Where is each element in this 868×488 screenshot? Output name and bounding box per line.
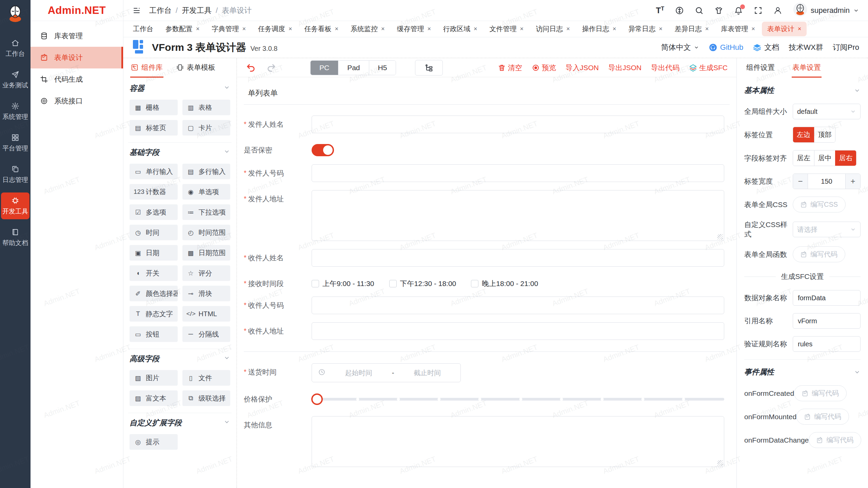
widget-chip[interactable]: ☆评分 <box>182 265 231 281</box>
tab-close-icon[interactable]: × <box>428 25 431 33</box>
form-row-textarea[interactable]: *发件人地址 <box>244 190 730 241</box>
stepper-decrease-button[interactable]: − <box>793 174 808 189</box>
device-h5-button[interactable]: H5 <box>369 61 396 75</box>
basic-props-section[interactable]: 基本属性 <box>744 85 861 96</box>
form-row-time-range[interactable]: *送货时间起始时间-截止时间 <box>244 363 730 382</box>
rail-item-copy[interactable]: 日志管理 <box>1 161 29 188</box>
form-row-input[interactable]: *发件人号码 <box>244 164 730 182</box>
action-生成SFC[interactable]: 生成SFC <box>689 63 728 73</box>
widget-chip[interactable]: ⊸滑块 <box>182 286 231 301</box>
widget-chip[interactable]: ▦栅格 <box>130 100 178 115</box>
tab-close-icon[interactable]: × <box>474 25 477 33</box>
docs-link[interactable]: 文档 <box>753 42 779 53</box>
label-align-right[interactable]: 居右 <box>835 150 856 166</box>
theme-icon[interactable] <box>714 6 723 15</box>
rail-item-gear[interactable]: 系统管理 <box>1 98 29 125</box>
page-tab[interactable]: 操作日志× <box>577 22 622 36</box>
page-tab[interactable]: 访问日志× <box>530 22 575 36</box>
stepper-increase-button[interactable]: + <box>845 174 860 189</box>
textarea-input[interactable] <box>312 416 724 467</box>
page-tab[interactable]: 行政区域× <box>438 22 483 36</box>
resize-grip-icon[interactable] <box>717 234 723 240</box>
label-align-left[interactable]: 居左 <box>793 150 814 166</box>
sidebar-item-api[interactable]: 系统接口 <box>31 90 123 112</box>
sidebar-item-edit[interactable]: 表单设计 <box>31 47 123 68</box>
widget-chip[interactable]: ▥表格 <box>182 100 231 115</box>
widget-chip[interactable]: T静态文字 <box>130 306 178 322</box>
language-icon[interactable] <box>675 6 684 15</box>
outline-tree-button[interactable] <box>415 60 443 76</box>
widget-chip[interactable]: ☑多选项 <box>130 204 178 220</box>
rail-item-chip[interactable]: 开发工具 <box>1 192 29 219</box>
action-导出JSON[interactable]: 导出JSON <box>608 63 642 73</box>
checkbox-option[interactable]: 下午12:30 - 18:00 <box>389 279 456 288</box>
widget-section-title[interactable]: 基础字段 <box>130 147 230 158</box>
edit-code-button[interactable]: 编写代码 <box>796 409 849 425</box>
notification-icon[interactable] <box>734 6 743 15</box>
widget-chip[interactable]: ▧图片 <box>130 370 178 386</box>
profile-icon[interactable] <box>773 6 782 15</box>
page-tab[interactable]: 差异日志× <box>669 22 714 36</box>
rail-item-home[interactable]: 工作台 <box>1 35 29 62</box>
action-导入JSON[interactable]: 导入JSON <box>566 63 599 73</box>
page-tab[interactable]: 异常日志× <box>623 22 668 36</box>
rail-item-grid[interactable]: 平台管理 <box>1 129 29 156</box>
checkbox-option[interactable]: 上午9:00 - 11:30 <box>312 279 374 288</box>
ref-name-input[interactable]: vForm <box>793 313 861 329</box>
tab-close-icon[interactable]: × <box>289 25 292 33</box>
tab-widget-library[interactable]: 组件库 <box>130 58 163 78</box>
widget-chip[interactable]: </>HTML <box>182 306 231 322</box>
breadcrumb-item[interactable]: 工作台 <box>149 5 172 16</box>
form-divider[interactable] <box>244 351 724 352</box>
widget-chip[interactable]: ⧉级联选择 <box>182 390 231 406</box>
form-row-slider[interactable]: 价格保护 <box>244 390 730 408</box>
page-tab[interactable]: 表单设计× <box>762 22 807 36</box>
page-tab[interactable]: 系统监控× <box>345 22 390 36</box>
tab-close-icon[interactable]: × <box>381 25 385 33</box>
edit-css-button[interactable]: 编写CSS <box>793 197 846 212</box>
widget-section-title[interactable]: 高级字段 <box>130 354 230 364</box>
search-icon[interactable] <box>695 6 704 15</box>
tab-close-icon[interactable]: × <box>335 25 339 33</box>
widget-chip[interactable]: ▭按钮 <box>130 326 178 342</box>
tab-close-icon[interactable]: × <box>659 25 663 33</box>
form-row-input[interactable]: *收件人地址 <box>244 322 730 340</box>
page-tab[interactable]: 库表管理× <box>715 22 761 36</box>
label-position-left[interactable]: 左边 <box>793 127 814 142</box>
tab-close-icon[interactable]: × <box>242 25 246 33</box>
widget-chip[interactable]: ▩日期范围 <box>182 245 231 261</box>
checkbox-icon[interactable] <box>312 280 319 287</box>
checkbox-icon[interactable] <box>389 280 397 287</box>
sidebar-item-crop[interactable]: 代码生成 <box>31 68 123 90</box>
wx-group-link[interactable]: 技术WX群 <box>789 42 823 53</box>
checkbox-icon[interactable] <box>471 280 478 287</box>
global-size-select[interactable]: default <box>793 104 861 119</box>
widget-chip[interactable]: ▤多行输入 <box>182 164 231 179</box>
sidebar-item-db[interactable]: 库表管理 <box>31 25 123 47</box>
fullscreen-icon[interactable] <box>754 6 763 15</box>
form-row-input[interactable]: *收件人姓名 <box>244 249 730 267</box>
widget-chip[interactable]: ▭单行输入 <box>130 164 178 179</box>
tab-close-icon[interactable]: × <box>705 25 709 33</box>
tab-close-icon[interactable]: × <box>196 25 200 33</box>
subscribe-pro-link[interactable]: 订阅Pro <box>833 42 859 53</box>
widget-section-title[interactable]: 容器 <box>130 83 230 94</box>
language-select[interactable]: 简体中文 <box>661 42 699 53</box>
time-range-picker[interactable]: 起始时间-截止时间 <box>312 363 461 382</box>
form-canvas[interactable]: 单列表单 *发件人姓名是否保密*发件人号码*发件人地址*收件人姓名*接收时间段上… <box>237 77 736 488</box>
widget-chip[interactable]: ◉单选项 <box>182 184 231 200</box>
github-link[interactable]: GitHub <box>709 43 743 52</box>
rail-item-send[interactable]: 业务测试 <box>1 66 29 93</box>
edit-code-button[interactable]: 编写代码 <box>794 385 847 401</box>
widget-chip[interactable]: ◖开关 <box>130 265 178 281</box>
event-props-section[interactable]: 事件属性 <box>744 367 861 377</box>
tab-close-icon[interactable]: × <box>798 25 802 33</box>
tab-widget-settings[interactable]: 组件设置 <box>746 58 775 78</box>
rules-name-input[interactable]: rules <box>793 336 861 352</box>
widget-chip[interactable]: 123计数器 <box>130 184 178 200</box>
page-tab[interactable]: 文件管理× <box>484 22 529 36</box>
widget-chip[interactable]: ◴时间范围 <box>182 225 231 240</box>
page-tab[interactable]: 字典管理× <box>206 22 252 36</box>
device-pad-button[interactable]: Pad <box>338 61 369 75</box>
page-tab[interactable]: 任务调度× <box>253 22 298 36</box>
